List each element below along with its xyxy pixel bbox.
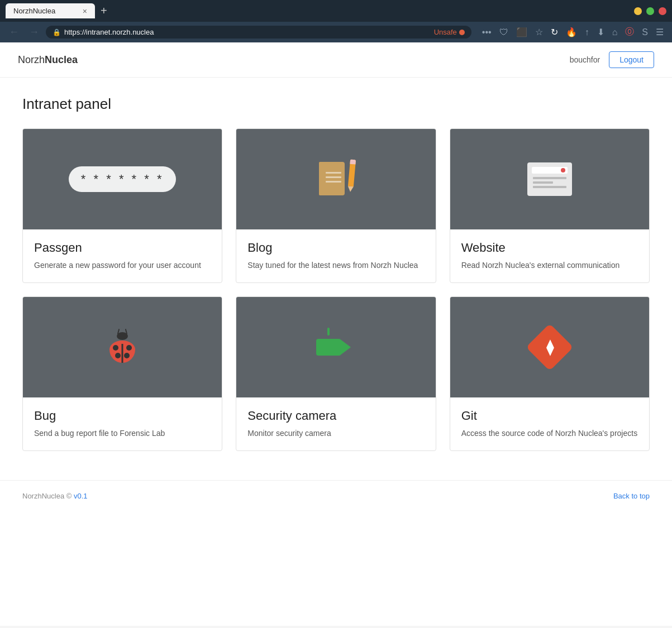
maximize-button[interactable]	[646, 7, 654, 15]
footer-copyright-text: NorzhNuclea ©	[22, 492, 72, 500]
card-bug[interactable]: Bug Send a bug report file to Forensic L…	[22, 296, 222, 451]
card-title-website: Website	[461, 241, 638, 255]
book-line	[326, 176, 341, 178]
pencil	[348, 160, 356, 187]
page-title: Intranet panel	[22, 95, 650, 113]
home-button[interactable]: ⌂	[609, 26, 621, 39]
fire-icon[interactable]: 🔥	[563, 25, 580, 39]
card-image-website	[450, 129, 649, 229]
card-title-blog: Blog	[247, 241, 424, 255]
card-body-website: Website Read Norzh Nuclea's external com…	[450, 229, 649, 282]
blog-icon	[319, 160, 352, 199]
download-icon[interactable]: ⬇	[594, 25, 607, 39]
menu-button[interactable]: ☰	[653, 25, 666, 39]
logout-button[interactable]: Logout	[609, 51, 654, 68]
card-desc-blog: Stay tuned for the latest news from Norz…	[247, 260, 424, 271]
card-body-bug: Bug Send a bug report file to Forensic L…	[23, 397, 222, 450]
browser-titlebar: NorzhNuclea × +	[0, 0, 672, 22]
website-line	[533, 177, 566, 179]
tab-bar: NorzhNuclea × +	[6, 3, 111, 18]
passgen-icon: * * * * * * *	[69, 166, 177, 192]
card-image-git: ⧫	[450, 297, 649, 397]
back-to-top-link[interactable]: Back to top	[613, 492, 650, 500]
star-icon[interactable]: ☆	[532, 25, 546, 39]
card-desc-passgen: Generate a new password for your user ac…	[34, 260, 211, 271]
card-passgen[interactable]: * * * * * * * Passgen Generate a new pas…	[22, 128, 222, 283]
ladybug-stripe	[122, 344, 123, 363]
card-desc-bug: Send a bug report file to Forensic Lab	[34, 428, 211, 439]
share-icon[interactable]: ↑	[582, 26, 592, 39]
browser-toolbar: ← → 🔒 https://intranet.norzh.nuclea Unsa…	[0, 22, 672, 42]
git-inner: ⧫	[546, 340, 553, 354]
card-image-bug	[23, 297, 222, 397]
footer-copyright: NorzhNuclea © v0.1	[22, 492, 88, 500]
window-controls	[634, 7, 666, 15]
unsafe-dot	[459, 30, 465, 35]
cards-grid: * * * * * * * Passgen Generate a new pas…	[22, 128, 650, 451]
card-image-blog	[236, 129, 435, 229]
card-blog[interactable]: Blog Stay tuned for the latest news from…	[236, 128, 436, 283]
sync-icon[interactable]: S	[639, 26, 651, 39]
website-lines	[532, 177, 568, 188]
book-lines	[326, 172, 341, 185]
card-body-git: Git Access the source code of Norzh Nucl…	[450, 397, 649, 450]
antenna-right	[117, 328, 120, 334]
url-display: https://intranet.norzh.nuclea	[64, 28, 154, 36]
minimize-button[interactable]	[634, 7, 642, 15]
browser-chrome: NorzhNuclea × + ← → 🔒 https://intranet.n…	[0, 0, 672, 42]
ladybug-dot-2	[126, 345, 132, 351]
tab-close-button[interactable]: ×	[83, 7, 87, 15]
card-image-camera	[236, 297, 435, 397]
card-title-camera: Security camera	[247, 409, 424, 423]
page-wrapper: NorzhNuclea bouchfor Logout Intranet pan…	[0, 42, 672, 626]
card-body-passgen: Passgen Generate a new password for your…	[23, 229, 222, 282]
tab-title: NorzhNuclea	[13, 7, 78, 15]
website-line	[533, 186, 566, 188]
header-right: bouchfor Logout	[570, 51, 654, 68]
card-title-git: Git	[461, 409, 638, 423]
ladybug-dot-1	[113, 345, 118, 351]
forward-button[interactable]: →	[26, 25, 42, 39]
ladybug-dot-4	[124, 353, 130, 358]
unsafe-label: Unsafe	[434, 28, 457, 36]
card-title-bug: Bug	[34, 409, 211, 423]
antenna-left	[125, 328, 128, 334]
card-website[interactable]: Website Read Norzh Nuclea's external com…	[450, 128, 650, 283]
card-desc-website: Read Norzh Nuclea's external communicati…	[461, 260, 638, 271]
site-footer: NorzhNuclea © v0.1 Back to top	[0, 480, 672, 511]
website-red-dot	[561, 168, 565, 172]
close-button[interactable]	[659, 7, 666, 15]
website-header-bar	[532, 167, 568, 174]
shield-icon[interactable]: 🛡	[497, 26, 511, 39]
ladybug-icon	[108, 332, 136, 363]
back-button[interactable]: ←	[6, 25, 22, 39]
screenshot-icon[interactable]: ⬛	[513, 25, 530, 39]
reload-button[interactable]: ↻	[548, 25, 561, 39]
camera-mount	[327, 328, 330, 335]
card-desc-git: Access the source code of Norzh Nuclea's…	[461, 428, 638, 439]
book-body	[319, 162, 345, 195]
card-security-camera[interactable]: Security camera Monitor security camera	[236, 296, 436, 451]
new-tab-button[interactable]: +	[97, 4, 111, 17]
logo-text-bold: Nuclea	[45, 54, 78, 65]
logo-text-normal: Norzh	[18, 54, 45, 65]
addon-icon[interactable]: ⓪	[622, 25, 637, 40]
unsafe-badge: Unsafe	[434, 28, 465, 36]
footer-version[interactable]: v0.1	[74, 492, 88, 500]
pencil-tip	[348, 186, 354, 192]
site-logo: NorzhNuclea	[18, 54, 78, 66]
site-header: NorzhNuclea bouchfor Logout	[0, 42, 672, 78]
pencil-eraser	[350, 160, 356, 165]
card-body-blog: Blog Stay tuned for the latest news from…	[236, 229, 435, 282]
book-line	[326, 172, 341, 174]
book-line	[326, 181, 341, 183]
camera-lens	[340, 339, 351, 356]
more-button[interactable]: •••	[479, 26, 494, 39]
address-bar[interactable]: 🔒 https://intranet.norzh.nuclea Unsafe	[46, 26, 471, 39]
website-icon	[527, 162, 572, 196]
website-line-short	[533, 181, 553, 184]
active-tab[interactable]: NorzhNuclea ×	[6, 3, 95, 18]
card-image-passgen: * * * * * * *	[23, 129, 222, 229]
card-git[interactable]: ⧫ Git Access the source code of Norzh Nu…	[450, 296, 650, 451]
camera-icon	[316, 333, 355, 361]
